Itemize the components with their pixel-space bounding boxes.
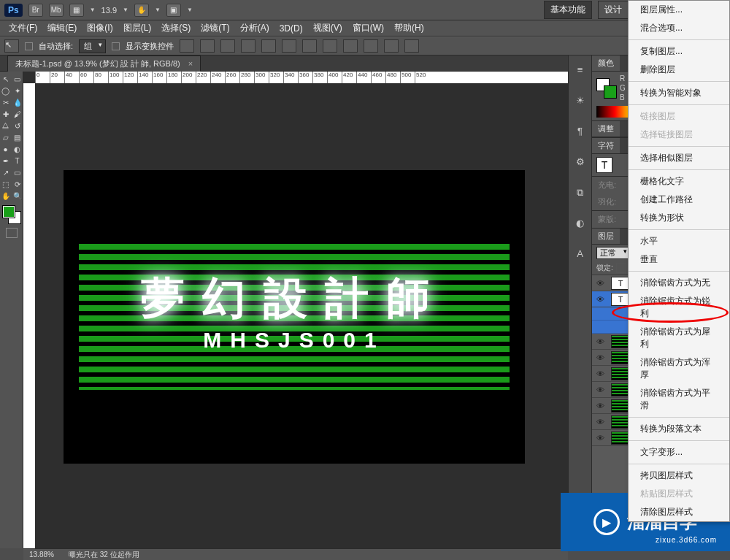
docmenu-icon[interactable]: ▦	[69, 4, 84, 17]
3d-tool[interactable]: ⬚	[0, 178, 12, 190]
dist4-icon[interactable]	[364, 39, 378, 53]
menu-layer[interactable]: 图层(L)	[119, 20, 156, 36]
ctx-item[interactable]: 消除锯齿方式为无	[629, 274, 729, 292]
lasso-tool[interactable]: ◯	[0, 85, 12, 96]
ctx-item[interactable]: 消除锯齿方式为犀利	[629, 323, 729, 353]
menu-view[interactable]: 视图(V)	[309, 20, 347, 36]
ctx-item[interactable]: 清除图层样式	[629, 503, 729, 521]
blur-tool[interactable]: ●	[0, 143, 12, 155]
show-transform-checkbox[interactable]	[112, 42, 120, 50]
path-tool[interactable]: ↗	[0, 166, 12, 178]
zoom-tool[interactable]: 🔍	[12, 190, 23, 202]
status-zoom[interactable]: 13.88%	[29, 551, 54, 559]
ctx-item[interactable]: 拷贝图层样式	[629, 467, 729, 485]
menu-analysis[interactable]: 分析(A)	[236, 20, 274, 36]
3drot-tool[interactable]: ⟳	[12, 178, 23, 190]
align1-icon[interactable]	[180, 39, 194, 53]
wand-tool[interactable]: ✦	[12, 85, 23, 96]
ctx-item[interactable]: 文字变形...	[629, 443, 729, 461]
ctx-item[interactable]: 消除锯齿方式为浑厚	[629, 353, 729, 384]
move-tool[interactable]: ↖	[0, 73, 12, 85]
visibility-icon[interactable]: 👁	[592, 279, 608, 288]
dodge-tool[interactable]: ◐	[12, 143, 23, 155]
crop-tool[interactable]: ✂	[0, 96, 12, 108]
align5-icon[interactable]	[261, 39, 276, 53]
docmenu-drop[interactable]: ▼	[90, 7, 96, 13]
auto-select-mode[interactable]: 组	[79, 39, 106, 53]
hand-tool[interactable]: ✋	[0, 190, 12, 202]
menu-help[interactable]: 帮助(H)	[390, 20, 429, 36]
eraser-tool[interactable]: ▱	[0, 131, 12, 143]
paragraph-panel-icon[interactable]: ¶	[573, 126, 588, 139]
type-tool[interactable]: T	[12, 155, 23, 166]
color-swatch[interactable]	[3, 206, 20, 223]
ctx-item[interactable]: 垂直	[629, 250, 729, 269]
heal-tool[interactable]: ✚	[0, 108, 12, 120]
canvas[interactable]: 夢幻設計師 MHSJS001	[64, 171, 524, 463]
blend-mode-select[interactable]: 正常	[596, 247, 630, 259]
screen-drop[interactable]: ▼	[187, 7, 193, 13]
actions-panel-icon[interactable]: ☀	[573, 95, 588, 108]
visibility-icon[interactable]: 👁	[592, 369, 608, 378]
menu-3d[interactable]: 3D(D)	[275, 22, 307, 35]
visibility-icon[interactable]: 👁	[592, 386, 608, 394]
document-tab[interactable]: 未标题-1.psd @ 13.9% (梦幻 設 計 師, RGB/8) ×	[7, 55, 201, 72]
zoom-drop[interactable]: ▼	[123, 7, 128, 13]
ctx-item[interactable]: 消除锯齿方式为平滑	[629, 384, 729, 415]
align4-icon[interactable]	[241, 39, 256, 53]
align2-icon[interactable]	[200, 39, 215, 53]
bridge-icon[interactable]: Br	[28, 4, 43, 17]
ctx-item[interactable]: 转换为形状	[629, 209, 729, 227]
dist3-icon[interactable]	[343, 39, 358, 53]
dist2-icon[interactable]	[323, 39, 337, 53]
menu-filter[interactable]: 滤镜(T)	[196, 20, 234, 36]
panel-swatch[interactable]	[596, 78, 617, 99]
ctx-item[interactable]: 创建工作路径	[629, 191, 729, 209]
visibility-icon[interactable]: 👁	[592, 418, 608, 426]
visibility-icon[interactable]: 👁	[592, 353, 608, 362]
workspace-design-button[interactable]: 设计	[598, 1, 629, 19]
history-panel-icon[interactable]: ≡	[573, 64, 588, 77]
char-tab[interactable]: 字符	[592, 138, 620, 153]
minibridge-icon[interactable]: Mb	[49, 4, 64, 17]
ctx-item[interactable]: 水平	[629, 232, 729, 250]
ctx-item[interactable]: 转换为智能对象	[629, 84, 729, 102]
clone-panel-icon[interactable]: ⧉	[573, 187, 588, 200]
visibility-icon[interactable]: 👁	[592, 402, 608, 410]
color-tab[interactable]: 颜色	[592, 55, 620, 71]
menu-window[interactable]: 窗口(W)	[348, 20, 388, 36]
auto-select-checkbox[interactable]	[25, 42, 33, 50]
ctx-item[interactable]: 图层属性...	[629, 1, 729, 19]
brushes-panel-icon[interactable]: ⚙	[573, 156, 588, 169]
workspace-basic-button[interactable]: 基本功能	[544, 1, 592, 19]
align6-icon[interactable]	[282, 39, 296, 53]
brush-tool[interactable]: 🖌	[12, 108, 23, 120]
align3-icon[interactable]	[220, 39, 235, 53]
menu-file[interactable]: 文件(F)	[4, 20, 42, 36]
type-panel-icon[interactable]: A	[573, 248, 588, 261]
history-tool[interactable]: ↺	[12, 120, 23, 131]
visibility-icon[interactable]: 👁	[592, 295, 608, 304]
quickmask-icon[interactable]	[6, 228, 18, 238]
ctx-item[interactable]: 删除图层	[629, 61, 729, 79]
ctx-item[interactable]: 混合选项...	[629, 19, 729, 37]
pen-tool[interactable]: ✒	[0, 155, 12, 166]
ctx-item[interactable]: 选择相似图层	[629, 149, 729, 167]
gradient-tool[interactable]: ▤	[12, 131, 23, 143]
ctx-item[interactable]: 栅格化文字	[629, 172, 729, 191]
fg-color[interactable]	[3, 206, 15, 218]
adjust-tab[interactable]: 调整	[592, 121, 620, 137]
marquee-tool[interactable]: ▭	[12, 73, 23, 85]
stamp-tool[interactable]: ⧋	[0, 120, 12, 131]
ctx-item[interactable]: 消除锯齿方式为锐利	[629, 292, 729, 323]
shape-tool[interactable]: ▭	[12, 166, 23, 178]
lock-trans-icon[interactable]	[616, 263, 626, 273]
hand-drop[interactable]: ▼	[155, 7, 161, 13]
mask-panel-icon[interactable]: ◐	[573, 218, 588, 231]
layer-context-menu[interactable]: 图层属性...混合选项...复制图层...删除图层转换为智能对象链接图层选择链接…	[628, 0, 730, 522]
menu-edit[interactable]: 编辑(E)	[43, 20, 81, 36]
menu-image[interactable]: 图像(I)	[82, 20, 117, 36]
hand-icon[interactable]: ✋	[134, 4, 149, 17]
visibility-icon[interactable]: 👁	[592, 434, 608, 442]
close-tab-icon[interactable]: ×	[188, 59, 193, 68]
